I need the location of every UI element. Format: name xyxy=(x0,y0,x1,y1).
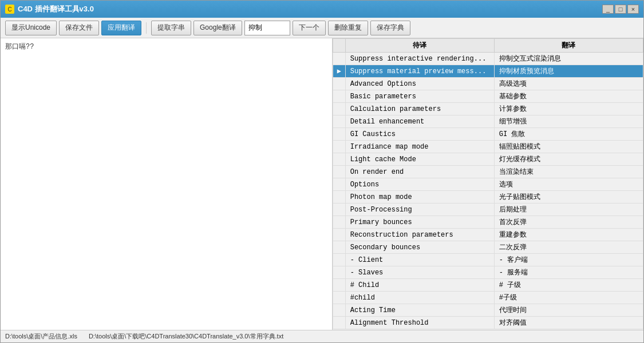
row-translation: 灯光缓存模式 xyxy=(494,153,643,166)
table-row[interactable]: Calculation parameters计算参数 xyxy=(333,103,643,115)
table-row[interactable]: # Child# 子级 xyxy=(333,279,643,292)
save-dict-button[interactable]: 保存字典 xyxy=(370,21,410,35)
title-bar-left: C C4D 插件翻译工具v3.0 xyxy=(5,4,94,14)
table-row[interactable]: - Slaves- 服务端 xyxy=(333,266,643,279)
row-translation: 基础参数 xyxy=(494,90,643,103)
row-translation: 首次反弹 xyxy=(494,216,643,229)
table-row[interactable]: ▶Suppress material preview mess...抑制材质预览… xyxy=(333,65,643,78)
left-panel-text: 那口嗝?? xyxy=(3,41,330,53)
row-arrow xyxy=(333,141,346,153)
main-content: 那口嗝?? 待译 翻译 Suppress interactive renderi… xyxy=(1,38,643,330)
row-translation: - 服务端 xyxy=(494,266,643,279)
table-row[interactable]: Options选项 xyxy=(333,178,643,191)
separator1 xyxy=(146,22,147,34)
table-row[interactable]: Irradiance map mode辐照贴图模式 xyxy=(333,141,643,153)
toolbar: 显示Unicode 保存文件 应用翻译 提取字串 Google翻译 下一个 删除… xyxy=(1,18,643,38)
row-source: Irradiance map mode xyxy=(345,141,494,153)
row-translation: 二次反弹 xyxy=(494,241,643,254)
translation-table: 待译 翻译 Suppress interactive rendering...抑… xyxy=(333,38,643,329)
table-row[interactable]: - Client- 客户端 xyxy=(333,254,643,266)
google-trans-button[interactable]: Google翻译 xyxy=(193,21,242,35)
title-bar: C C4D 插件翻译工具v3.0 _ □ × xyxy=(1,1,643,18)
search-input[interactable] xyxy=(244,21,290,35)
row-translation: 高级选项 xyxy=(494,78,643,90)
table-row[interactable]: Post-Processing后期处理 xyxy=(333,204,643,216)
row-source: - Slaves xyxy=(345,266,494,279)
table-row[interactable]: Secondary bounces二次反弹 xyxy=(333,241,643,254)
table-row[interactable]: Primary bounces首次反弹 xyxy=(333,216,643,229)
col-trans-header: 翻译 xyxy=(494,39,643,53)
row-source: Primary bounces xyxy=(345,216,494,229)
row-arrow xyxy=(333,254,346,266)
row-translation: GI 焦散 xyxy=(494,128,643,141)
table-body: Suppress interactive rendering...抑制交互式渲染… xyxy=(333,53,643,329)
unicode-button[interactable]: 显示Unicode xyxy=(5,21,57,35)
right-panel: 待译 翻译 Suppress interactive rendering...抑… xyxy=(333,38,643,330)
table-row[interactable]: Photon map mode光子贴图模式 xyxy=(333,191,643,204)
table-row[interactable]: GI CausticsGI 焦散 xyxy=(333,128,643,141)
row-arrow xyxy=(333,292,346,304)
table-row[interactable]: Reconstruction parameters重建参数 xyxy=(333,229,643,241)
table-row[interactable]: Advanced Options高级选项 xyxy=(333,78,643,90)
table-row[interactable]: #child#子级 xyxy=(333,292,643,304)
row-arrow: ▶ xyxy=(333,65,346,78)
row-translation: 辐照贴图模式 xyxy=(494,141,643,153)
row-arrow xyxy=(333,166,346,178)
extract-button[interactable]: 提取字串 xyxy=(151,21,191,35)
row-translation: - 客户端 xyxy=(494,254,643,266)
table-row[interactable]: Acting Time代理时间 xyxy=(333,304,643,317)
row-arrow xyxy=(333,204,346,216)
save-file-button[interactable]: 保存文件 xyxy=(59,21,99,35)
table-row[interactable]: On render end当渲染结束 xyxy=(333,166,643,178)
row-source: GI Caustics xyxy=(345,128,494,141)
main-window: C C4D 插件翻译工具v3.0 _ □ × 显示Unicode 保存文件 应用… xyxy=(0,0,644,343)
row-translation: 后期处理 xyxy=(494,204,643,216)
row-arrow xyxy=(333,279,346,292)
remove-dup-button[interactable]: 删除重复 xyxy=(328,21,368,35)
row-translation: 当渲染结束 xyxy=(494,166,643,178)
left-panel: 那口嗝?? xyxy=(1,38,333,330)
table-row[interactable]: Basic parameters基础参数 xyxy=(333,90,643,103)
row-translation: #子级 xyxy=(494,292,643,304)
row-source: Reconstruction parameters xyxy=(345,229,494,241)
row-arrow xyxy=(333,178,346,191)
col-source-header: 待译 xyxy=(345,39,494,53)
row-source: Calculation parameters xyxy=(345,103,494,115)
next-button[interactable]: 下一个 xyxy=(293,21,326,35)
row-translation: 抑制交互式渲染消息 xyxy=(494,53,643,65)
status-bar: D:\tools\桌面\产品信息.xls D:\tools\桌面\下载吧\C4D… xyxy=(1,330,643,342)
close-button[interactable]: × xyxy=(627,5,639,14)
row-source: Suppress material preview mess... xyxy=(345,65,494,78)
window-controls: _ □ × xyxy=(602,5,639,14)
status-right: D:\tools\桌面\下载吧\C4DTranslate30\C4DTransl… xyxy=(89,332,639,341)
row-arrow xyxy=(333,90,346,103)
row-source: Options xyxy=(345,178,494,191)
row-source: Post-Processing xyxy=(345,204,494,216)
row-arrow xyxy=(333,153,346,166)
table-row[interactable]: Alignment Threshold对齐阈值 xyxy=(333,317,643,329)
minimize-button[interactable]: _ xyxy=(602,5,614,14)
row-arrow xyxy=(333,317,346,329)
row-source: #child xyxy=(345,292,494,304)
table-container[interactable]: 待译 翻译 Suppress interactive rendering...抑… xyxy=(333,38,643,330)
window-title: C4D 插件翻译工具v3.0 xyxy=(18,4,94,14)
row-arrow xyxy=(333,78,346,90)
row-translation: 计算参数 xyxy=(494,103,643,115)
row-arrow xyxy=(333,241,346,254)
row-arrow xyxy=(333,115,346,128)
row-source: Light cache Mode xyxy=(345,153,494,166)
app-icon: C xyxy=(5,5,14,14)
row-source: Alignment Threshold xyxy=(345,317,494,329)
row-arrow xyxy=(333,216,346,229)
row-arrow xyxy=(333,266,346,279)
row-arrow xyxy=(333,53,346,65)
row-translation: 对齐阈值 xyxy=(494,317,643,329)
row-source: # Child xyxy=(345,279,494,292)
table-row[interactable]: Detail enhancement细节增强 xyxy=(333,115,643,128)
apply-trans-button[interactable]: 应用翻译 xyxy=(101,21,141,35)
table-row[interactable]: Light cache Mode灯光缓存模式 xyxy=(333,153,643,166)
row-source: On render end xyxy=(345,166,494,178)
table-row[interactable]: Suppress interactive rendering...抑制交互式渲染… xyxy=(333,53,643,65)
maximize-button[interactable]: □ xyxy=(615,5,626,14)
row-source: - Client xyxy=(345,254,494,266)
